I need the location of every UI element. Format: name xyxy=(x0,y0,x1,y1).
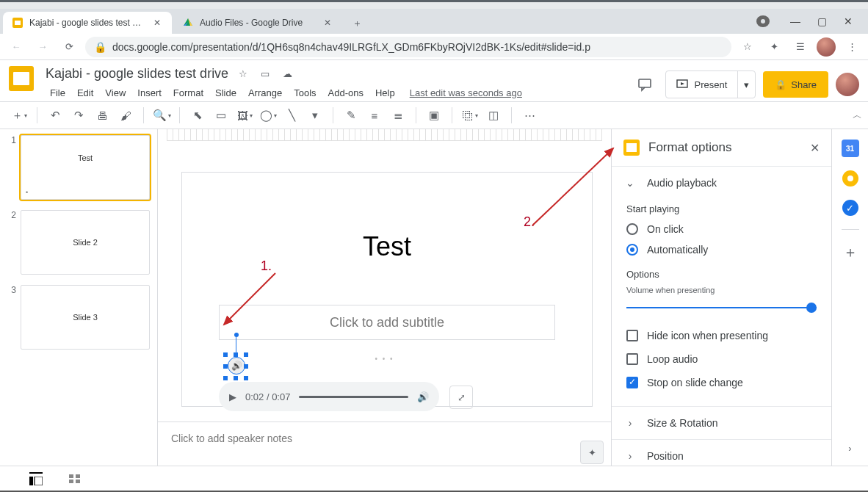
close-icon[interactable]: ✕ xyxy=(151,17,163,29)
cloud-status-icon[interactable]: ☁ xyxy=(280,68,294,79)
select-tool[interactable]: ⬉ xyxy=(187,105,208,126)
print-button[interactable]: 🖶 xyxy=(92,105,112,126)
align-left-icon[interactable]: ≡ xyxy=(364,105,385,126)
tasks-icon[interactable]: ✓ xyxy=(842,200,858,216)
menu-file[interactable]: File xyxy=(46,84,70,101)
move-icon[interactable]: ▭ xyxy=(258,68,272,79)
omnibox[interactable]: 🔒 docs.google.com/presentation/d/1QH6sq8… xyxy=(85,37,731,57)
chrome-menu-icon[interactable]: ⋮ xyxy=(842,37,862,57)
shape-tool[interactable]: ◯ xyxy=(258,105,278,126)
section-size-rotation[interactable]: › Size & Rotation xyxy=(612,407,831,439)
present-button[interactable]: Present xyxy=(666,71,737,98)
grid-view-button[interactable] xyxy=(69,474,81,483)
account-avatar[interactable] xyxy=(836,73,859,96)
slide-thumbnail-1[interactable]: Test • xyxy=(21,135,150,200)
slide-thumbnail-2[interactable]: Slide 2 xyxy=(21,210,150,275)
popout-icon[interactable]: ⤢ xyxy=(449,386,473,409)
slides-logo[interactable] xyxy=(9,66,38,95)
calendar-icon[interactable]: 31 xyxy=(842,140,859,157)
menu-arrange[interactable]: Arrange xyxy=(244,84,286,101)
account-indicator-icon[interactable] xyxy=(756,15,770,27)
reading-list-icon[interactable]: ☰ xyxy=(790,37,811,57)
resize-handle[interactable] xyxy=(234,376,238,380)
radio-on-click[interactable]: On click xyxy=(626,219,817,239)
menu-edit[interactable]: Edit xyxy=(73,84,98,101)
checkbox-stop-on-change[interactable]: Stop on slide change xyxy=(626,371,817,394)
last-edit-link[interactable]: Last edit was seconds ago xyxy=(410,87,522,98)
present-dropdown[interactable]: ▾ xyxy=(737,71,755,98)
checkbox-hide-icon[interactable]: Hide icon when presenting xyxy=(626,324,817,347)
slide-title-text[interactable]: Test xyxy=(363,231,411,262)
menu-addons[interactable]: Add-ons xyxy=(324,84,368,101)
more-tools-icon[interactable]: ⋯ xyxy=(519,105,540,126)
resize-handle[interactable] xyxy=(234,352,238,357)
line-tool[interactable]: ╲ xyxy=(281,105,302,126)
notes-resize-handle[interactable]: • • • xyxy=(375,355,394,363)
volume-slider[interactable] xyxy=(626,299,817,316)
line-dd[interactable]: ▾ xyxy=(305,105,325,126)
new-slide-button[interactable]: ＋ xyxy=(9,105,29,126)
resize-handle[interactable] xyxy=(244,376,248,380)
collapse-toolbar-icon[interactable]: ︿ xyxy=(853,109,862,122)
undo-button[interactable]: ↶ xyxy=(45,105,65,126)
align-center-icon[interactable]: ≣ xyxy=(388,105,408,126)
menu-tools[interactable]: Tools xyxy=(289,84,320,101)
audio-object[interactable] xyxy=(228,357,245,375)
crop-button[interactable]: ⿻ xyxy=(460,105,480,126)
star-icon[interactable]: ☆ xyxy=(737,37,758,57)
recolor-button[interactable]: ✎ xyxy=(341,105,361,126)
menu-format[interactable]: Format xyxy=(169,84,208,101)
close-icon[interactable]: ✕ xyxy=(322,17,333,29)
browser-tab-active[interactable]: Kajabi - google slides test drive - ✕ xyxy=(3,12,172,34)
extensions-icon[interactable]: ✦ xyxy=(764,37,784,57)
reload-button[interactable]: ⟳ xyxy=(59,37,79,57)
rotation-handle[interactable] xyxy=(234,333,239,337)
minimize-icon[interactable]: — xyxy=(789,15,802,27)
resize-handle[interactable] xyxy=(223,352,228,357)
menu-help[interactable]: Help xyxy=(371,84,399,101)
collapse-panel-icon[interactable]: › xyxy=(842,439,859,457)
comments-icon[interactable] xyxy=(632,71,658,98)
profile-avatar[interactable] xyxy=(817,37,836,57)
resize-handle[interactable] xyxy=(244,364,248,369)
get-addons-icon[interactable]: ＋ xyxy=(842,243,859,261)
audio-player[interactable]: ▶ 0:02 / 0:07 🔊 xyxy=(219,382,439,411)
forward-button[interactable]: → xyxy=(32,37,53,57)
back-button[interactable]: ← xyxy=(6,37,26,57)
section-position[interactable]: › Position xyxy=(612,440,831,466)
resize-handle[interactable] xyxy=(244,352,248,357)
replace-image-button[interactable]: ▣ xyxy=(424,105,444,126)
seek-track[interactable] xyxy=(299,396,408,398)
radio-automatically[interactable]: Automatically xyxy=(626,239,817,260)
maximize-icon[interactable]: ▢ xyxy=(815,15,828,27)
slide[interactable]: Test Click to add subtitle xyxy=(181,172,593,407)
window-close-icon[interactable]: ✕ xyxy=(842,15,855,27)
explore-button[interactable]: ✦ xyxy=(580,441,604,464)
keep-icon[interactable] xyxy=(842,170,858,187)
zoom-button[interactable]: 🔍 xyxy=(151,105,172,126)
redo-button[interactable]: ↷ xyxy=(68,105,89,126)
play-icon[interactable]: ▶ xyxy=(229,391,236,402)
new-tab-button[interactable]: ＋ xyxy=(347,13,367,34)
menu-insert[interactable]: Insert xyxy=(133,84,166,101)
star-icon[interactable]: ☆ xyxy=(236,68,250,79)
menu-view[interactable]: View xyxy=(101,84,130,101)
checkbox-loop-audio[interactable]: Loop audio xyxy=(626,347,817,371)
resize-handle[interactable] xyxy=(223,364,228,369)
speaker-notes[interactable]: Click to add speaker notes xyxy=(158,422,611,466)
slide-thumbnail-3[interactable]: Slide 3 xyxy=(21,285,150,350)
doc-title[interactable]: Kajabi - google slides test drive xyxy=(46,66,228,82)
browser-tab[interactable]: Audio Files - Google Drive ✕ xyxy=(173,12,342,34)
menu-slide[interactable]: Slide xyxy=(211,84,241,101)
section-audio-playback[interactable]: ⌄ Audio playback xyxy=(612,167,831,199)
image-tool[interactable]: 🖼 xyxy=(234,105,255,126)
mask-button[interactable]: ◫ xyxy=(483,105,504,126)
resize-handle[interactable] xyxy=(223,376,228,380)
subtitle-placeholder[interactable]: Click to add subtitle xyxy=(219,305,555,340)
paint-format-button[interactable]: 🖌 xyxy=(115,105,136,126)
volume-icon[interactable]: 🔊 xyxy=(417,391,429,402)
share-button[interactable]: 🔒 Share xyxy=(763,71,828,98)
textbox-tool[interactable]: ▭ xyxy=(211,105,231,126)
close-icon[interactable]: ✕ xyxy=(810,141,820,155)
filmstrip-view-button[interactable] xyxy=(29,472,43,485)
